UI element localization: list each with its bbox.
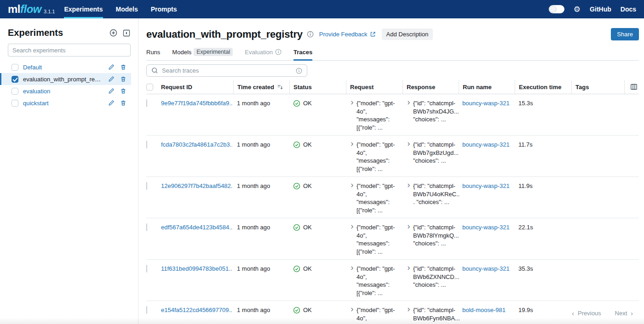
expand-request-icon[interactable] — [350, 183, 355, 188]
experiment-checkbox[interactable] — [12, 64, 18, 71]
run-name-link[interactable]: bouncy-wasp-321 — [462, 224, 510, 231]
info-icon[interactable] — [307, 31, 314, 38]
collapse-sidebar-icon[interactable] — [123, 29, 130, 37]
expand-request-icon[interactable] — [350, 142, 355, 147]
experiment-checkbox[interactable] — [12, 100, 18, 107]
row-checkbox[interactable] — [146, 306, 147, 314]
trace-table-row[interactable]: 9e9e77f19da745fbbb6fa9... 1 month ago OK… — [146, 94, 639, 136]
run-name-link[interactable]: bouncy-wasp-321 — [462, 100, 510, 107]
column-header-time-created[interactable]: Time created — [233, 80, 289, 94]
expand-response-icon[interactable] — [406, 224, 411, 229]
request-id-link[interactable]: 11f631bed0994783be051... — [161, 265, 232, 273]
delete-icon[interactable] — [120, 88, 126, 94]
column-header-request-id[interactable]: Request ID — [157, 80, 233, 94]
expand-response-icon[interactable] — [406, 100, 411, 105]
expand-response-icon[interactable] — [406, 307, 411, 312]
expand-request-icon[interactable] — [350, 224, 355, 229]
row-checkbox[interactable] — [146, 265, 147, 273]
column-settings-icon[interactable] — [630, 83, 638, 91]
gear-icon[interactable]: ⚙ — [574, 6, 581, 13]
run-name-link[interactable]: bouncy-wasp-321 — [462, 265, 510, 272]
trace-table-row[interactable]: fcda7803c2fa4861a7c2b3... 1 month ago OK… — [146, 136, 639, 177]
tab-runs[interactable]: Runs — [146, 48, 160, 60]
search-experiments-input[interactable] — [8, 44, 131, 57]
edit-icon[interactable] — [108, 76, 115, 82]
docs-link[interactable]: Docs — [621, 6, 636, 13]
expand-request-icon[interactable] — [350, 100, 355, 105]
experiment-checkbox[interactable] — [12, 76, 18, 83]
trace-table-row[interactable]: 12e906297f7b42baaf5482... 1 month ago OK… — [146, 177, 639, 218]
github-link[interactable]: GitHub — [590, 6, 611, 13]
response-cell: {"id": "chatcmpl-BWb78lYmgkQ... "choices… — [402, 218, 459, 251]
delete-icon[interactable] — [120, 76, 126, 82]
request-id-link[interactable]: e154fa5122cd456697709... — [161, 306, 232, 314]
run-name-link[interactable]: bouncy-wasp-321 — [462, 182, 510, 189]
theme-toggle[interactable] — [549, 5, 564, 13]
search-traces-box[interactable] — [146, 64, 307, 77]
request-id-link[interactable]: fcda7803c2fa4861a7c2b3... — [161, 141, 232, 149]
mlflow-logo[interactable]: mlflow 3.1.1 — [8, 0, 55, 18]
experiment-item-default[interactable]: Default — [0, 61, 131, 73]
experiment-name-link[interactable]: evaluation — [23, 88, 104, 95]
column-header-tags[interactable]: Tags — [571, 80, 624, 94]
experiment-name-link[interactable]: evaluation_with_prompt_registry — [23, 76, 104, 83]
column-header-execution-time[interactable]: Execution time — [515, 80, 571, 94]
response-preview: {"id": "chatcmpl-BWb78lYmgkQ... "choices… — [413, 223, 459, 248]
pagination: ‹ Previous Next › — [572, 310, 633, 317]
nav-right-cluster: ⚙ GitHub Docs — [549, 0, 636, 18]
nav-item-models[interactable]: Models — [116, 0, 138, 18]
experiment-item-evaluation[interactable]: evaluation — [0, 85, 131, 97]
edit-icon[interactable] — [108, 64, 115, 70]
column-header-response[interactable]: Response — [402, 80, 459, 94]
expand-request-icon[interactable] — [350, 307, 355, 312]
delete-icon[interactable] — [120, 64, 126, 70]
next-page-button[interactable]: Next › — [615, 310, 633, 317]
expand-response-icon[interactable] — [406, 183, 411, 188]
tab-models[interactable]: Models Experimental — [172, 48, 233, 60]
search-icon — [151, 67, 158, 74]
provide-feedback-link[interactable]: Provide Feedback — [319, 31, 376, 38]
run-name-link[interactable]: bouncy-wasp-321 — [462, 141, 510, 148]
column-header-request[interactable]: Request — [346, 80, 402, 94]
status-cell: OK — [289, 177, 346, 194]
search-info-icon[interactable] — [296, 68, 302, 74]
status-text: OK — [303, 265, 312, 273]
request-id-link[interactable]: 9e9e77f19da745fbbb6fa9... — [161, 99, 232, 108]
tab-traces[interactable]: Traces — [293, 48, 312, 60]
experiment-name-link[interactable]: Default — [23, 64, 104, 71]
edit-icon[interactable] — [108, 100, 115, 106]
nav-item-experiments[interactable]: Experiments — [64, 0, 103, 18]
experiment-item-quickstart[interactable]: quickstart — [0, 97, 131, 109]
row-checkbox[interactable] — [146, 223, 147, 231]
time-created-cell: 1 month ago — [233, 94, 289, 111]
experiment-checkbox[interactable] — [12, 88, 18, 95]
experiment-item-evaluation-with-prompt-registry[interactable]: evaluation_with_prompt_registry — [0, 73, 131, 85]
row-checkbox[interactable] — [146, 99, 147, 107]
row-checkbox[interactable] — [146, 141, 147, 148]
expand-request-icon[interactable] — [350, 266, 355, 271]
previous-page-button[interactable]: ‹ Previous — [572, 310, 601, 317]
execution-time-cell: 35.3s — [515, 260, 571, 277]
experiment-name-link[interactable]: quickstart — [23, 100, 104, 107]
search-traces-input[interactable] — [162, 67, 292, 74]
request-id-link[interactable]: 12e906297f7b42baaf5482... — [161, 182, 232, 190]
tab-evaluation[interactable]: Evaluation — [245, 48, 282, 60]
add-description-button[interactable]: Add Description — [382, 28, 433, 40]
row-checkbox[interactable] — [146, 182, 147, 190]
edit-icon[interactable] — [108, 88, 115, 94]
run-name-link[interactable]: bold-moose-981 — [462, 307, 506, 313]
share-button[interactable]: Share — [611, 28, 639, 40]
response-cell: {"id": "chatcmpl-BWb7shxD4JG... "choices… — [402, 94, 459, 127]
column-header-status[interactable]: Status — [289, 80, 346, 94]
column-header-run-name[interactable]: Run name — [459, 80, 515, 94]
trace-table-row[interactable]: edf567a654de4123b4584... 1 month ago OK … — [146, 218, 639, 260]
expand-response-icon[interactable] — [406, 266, 411, 271]
create-experiment-icon[interactable] — [109, 29, 117, 37]
trace-table-row[interactable]: e154fa5122cd456697709... 1 month ago OK … — [146, 301, 639, 324]
delete-icon[interactable] — [120, 100, 126, 106]
trace-table-row[interactable]: 11f631bed0994783be051... 1 month ago OK … — [146, 260, 639, 301]
request-id-link[interactable]: edf567a654de4123b4584... — [161, 223, 232, 232]
select-all-checkbox[interactable] — [146, 84, 153, 91]
expand-response-icon[interactable] — [406, 142, 411, 147]
nav-item-prompts[interactable]: Prompts — [151, 0, 177, 18]
